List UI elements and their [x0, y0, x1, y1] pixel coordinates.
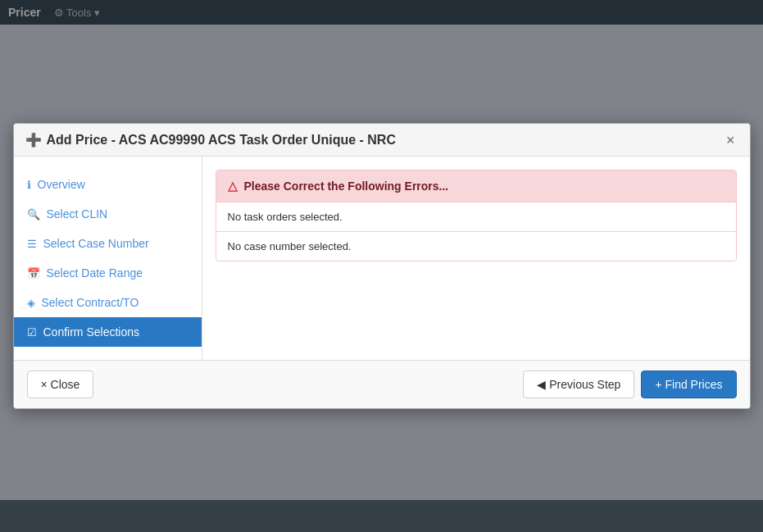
- sidebar-label-confirm-selections: Confirm Selections: [43, 325, 140, 339]
- error-title: Please Correct the Following Errors...: [244, 180, 449, 193]
- modal-body: ℹOverview🔍Select CLIN☰Select Case Number…: [14, 157, 750, 360]
- sidebar-label-overview: Overview: [38, 178, 85, 191]
- sidebar-icon-select-date-range: 📅: [27, 267, 40, 280]
- sidebar-label-select-date-range: Select Date Range: [47, 266, 143, 280]
- sidebar-item-select-case-number[interactable]: ☰Select Case Number: [14, 229, 202, 258]
- modal-title-text: Add Price - ACS AC99990 ACS Task Order U…: [47, 133, 396, 148]
- sidebar-item-select-date-range[interactable]: 📅Select Date Range: [14, 258, 202, 288]
- sidebar-icon-select-case-number: ☰: [27, 238, 37, 250]
- sidebar-icon-overview: ℹ: [27, 179, 31, 191]
- sidebar-label-select-clin: Select CLIN: [47, 207, 108, 221]
- error-header: △ Please Correct the Following Errors...: [216, 171, 736, 202]
- modal-dialog: ➕ Add Price - ACS AC99990 ACS Task Order…: [13, 123, 751, 409]
- warning-icon: △: [228, 179, 238, 193]
- modal-close-button[interactable]: ×: [723, 133, 738, 148]
- error-item-1: No case number selected.: [216, 232, 736, 261]
- modal-footer: × Close ◀ Previous Step + Find Prices: [14, 360, 750, 408]
- error-item-0: No task orders selected.: [216, 202, 736, 232]
- sidebar-label-select-contract: Select Contract/TO: [42, 296, 139, 309]
- sidebar: ℹOverview🔍Select CLIN☰Select Case Number…: [14, 157, 202, 360]
- sidebar-icon-select-clin: 🔍: [27, 208, 40, 221]
- modal-header: ➕ Add Price - ACS AC99990 ACS Task Order…: [14, 124, 750, 157]
- sidebar-item-confirm-selections[interactable]: ☑Confirm Selections: [14, 317, 202, 347]
- plus-icon: ➕: [25, 132, 42, 148]
- sidebar-label-select-case-number: Select Case Number: [43, 237, 149, 250]
- modal-title: ➕ Add Price - ACS AC99990 ACS Task Order…: [25, 132, 396, 148]
- error-panel: △ Please Correct the Following Errors...…: [216, 170, 737, 261]
- sidebar-item-overview[interactable]: ℹOverview: [14, 170, 202, 199]
- sidebar-item-select-clin[interactable]: 🔍Select CLIN: [14, 199, 202, 229]
- sidebar-icon-confirm-selections: ☑: [27, 326, 37, 339]
- previous-step-button[interactable]: ◀ Previous Step: [523, 371, 634, 398]
- sidebar-icon-select-contract: ◈: [27, 297, 35, 309]
- find-prices-button[interactable]: + Find Prices: [641, 371, 736, 398]
- close-button[interactable]: × Close: [27, 371, 94, 398]
- modal-overlay: ➕ Add Price - ACS AC99990 ACS Task Order…: [0, 0, 763, 532]
- sidebar-item-select-contract[interactable]: ◈Select Contract/TO: [14, 288, 202, 317]
- main-content: △ Please Correct the Following Errors...…: [202, 157, 750, 360]
